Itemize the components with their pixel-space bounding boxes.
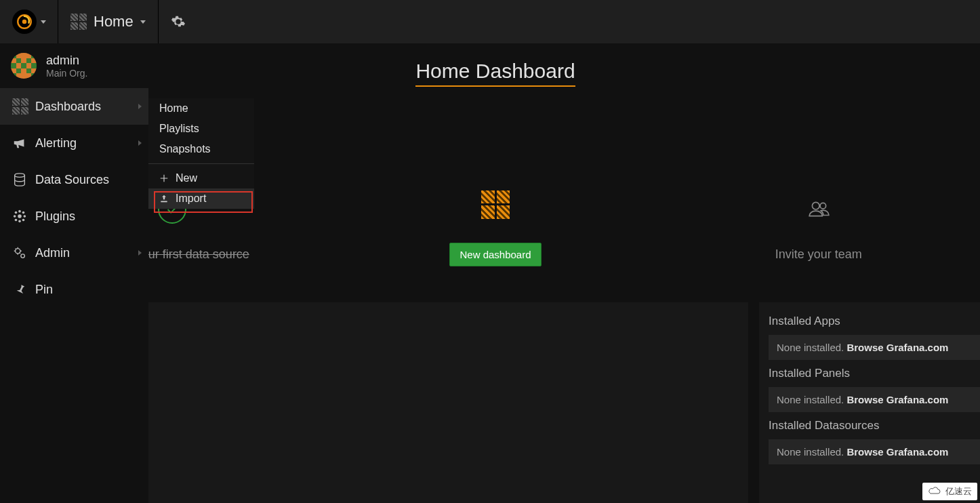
sidebar-item-dashboards[interactable]: Dashboards [0,88,148,125]
pin-icon [12,282,27,297]
svg-point-13 [21,254,25,258]
svg-point-10 [15,219,18,222]
user-name: admin [46,54,87,68]
submenu-item-playlists[interactable]: Playlists [148,119,254,139]
card-label: Invite your team [775,247,862,262]
people-icon [807,198,830,221]
svg-point-11 [22,219,25,222]
submenu-item-snapshots[interactable]: Snapshots [148,139,254,159]
megaphone-icon [12,136,27,150]
svg-point-4 [18,210,21,213]
breadcrumb-label: Home [94,13,134,31]
dashboards-submenu: Home Playlists Snapshots New Import [148,98,254,209]
watermark: 亿速云 [922,483,977,500]
chevron-right-icon [138,140,142,146]
new-dashboard-button[interactable]: New dashboard [449,243,541,266]
caret-down-icon [140,20,146,24]
svg-point-8 [15,212,18,214]
sidebar-item-alerting[interactable]: Alerting [0,125,148,161]
installed-panels-box: None installed. Browse Grafana.com [769,387,980,412]
avatar [11,53,37,79]
sidebar-item-label: Admin [35,246,70,260]
topbar: Home [0,0,980,43]
dashboard-icon [70,14,87,30]
sidebar-item-admin[interactable]: Admin [0,235,148,271]
sidebar-item-label: Dashboards [35,100,101,114]
submenu-item-new[interactable]: New [148,168,254,188]
gears-icon [12,245,27,260]
logo-menu[interactable] [0,0,58,43]
svg-point-6 [14,215,16,218]
chevron-right-icon [138,250,142,256]
card-new-dashboard[interactable]: New dashboard [334,159,657,294]
plugin-icon [12,209,27,224]
browse-link[interactable]: Browse Grafana.com [846,446,948,458]
browse-link[interactable]: Browse Grafana.com [846,342,948,353]
upload-icon [159,194,169,203]
svg-point-3 [18,214,22,218]
svg-point-7 [24,215,26,218]
page-title: Home Dashboard [415,60,575,87]
chevron-right-icon [138,104,142,109]
submenu-item-import[interactable]: Import [148,188,254,209]
installed-apps-box: None installed. Browse Grafana.com [769,335,980,360]
cloud-icon [928,487,941,496]
svg-point-1 [22,20,26,24]
svg-point-2 [15,174,25,178]
breadcrumb-home[interactable]: Home [58,0,159,43]
installed-apps-head: Installed Apps [769,315,980,328]
panel-installed: Installed Apps None installed. Browse Gr… [759,302,980,503]
user-org: Main Org. [46,68,87,79]
database-icon [12,172,27,187]
plus-icon [159,174,169,183]
sidebar-item-plugins[interactable]: Plugins [0,198,148,235]
dashboard-icon [481,190,510,219]
card-invite-team[interactable]: Invite your team [657,159,980,294]
sidebar: admin Main Org. Dashboards Alerting Data… [0,43,148,503]
divider [148,163,254,164]
settings-button[interactable] [159,0,198,43]
sidebar-item-label: Plugins [35,209,75,224]
user-card[interactable]: admin Main Org. [0,43,148,88]
svg-point-5 [18,220,21,223]
submenu-item-home[interactable]: Home [148,98,254,119]
sidebar-item-pin[interactable]: Pin [0,271,148,308]
svg-point-9 [22,212,25,214]
sidebar-item-label: Pin [35,283,53,297]
caret-down-icon [41,20,46,24]
gear-icon [171,14,186,29]
browse-link[interactable]: Browse Grafana.com [846,394,948,405]
installed-datasources-head: Installed Datasources [769,419,980,432]
grafana-logo-icon [12,9,37,34]
installed-datasources-box: None installed. Browse Grafana.com [769,439,980,464]
dashboard-icon [12,98,28,115]
installed-panels-head: Installed Panels [769,367,980,380]
sidebar-item-datasources[interactable]: Data Sources [0,161,148,198]
sidebar-item-label: Data Sources [35,173,109,187]
sidebar-item-label: Alerting [35,136,77,150]
